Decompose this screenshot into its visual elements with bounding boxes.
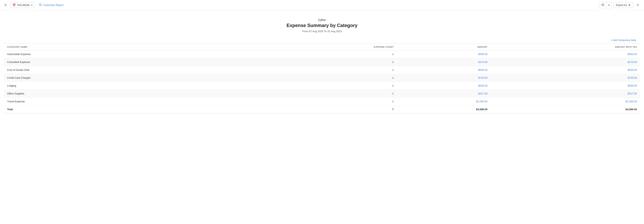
cell-amount[interactable]: $500.00	[397, 50, 490, 58]
cell-count: 1	[258, 74, 397, 82]
chevron-down-icon: ▼	[628, 4, 630, 7]
cell-amount[interactable]: $639.00	[397, 82, 490, 90]
cell-amount[interactable]: $1,000.00	[397, 98, 490, 105]
cell-category: Lodging	[4, 82, 258, 90]
expense-summary-table: CATEGORY NAME ↑ EXPENSE COUNT AMOUNT AMO…	[4, 44, 640, 114]
print-button-group: ▼	[599, 2, 612, 8]
column-header-amount-tax-label: AMOUNT WITH TAX	[615, 46, 637, 48]
add-note-label: + Add Temporary Note	[611, 39, 636, 42]
cell-amount[interactable]: $730.00	[397, 74, 490, 82]
amount-link[interactable]: $170.00	[478, 61, 488, 63]
cell-count: 1	[258, 82, 397, 90]
amount-link[interactable]: $500.00	[478, 53, 488, 56]
menu-icon: ☰	[4, 4, 7, 7]
cell-count: 1	[258, 66, 397, 74]
amount-with-tax-link[interactable]: $170.00	[628, 61, 637, 63]
footer-count: 7	[258, 105, 397, 114]
cell-category: Cost of Goods Sold	[4, 66, 258, 74]
cell-count: 1	[258, 98, 397, 105]
export-label: Export As	[616, 4, 627, 7]
column-header-amount: AMOUNT	[397, 44, 490, 50]
customize-report-label: Customize Report	[43, 4, 64, 7]
chevron-down-icon: ▼	[608, 4, 610, 6]
column-header-amount-label: AMOUNT	[477, 46, 487, 48]
report-header: Zylker Expense Summary by Category From …	[0, 10, 644, 37]
footer-label: Total	[4, 105, 258, 114]
amount-link[interactable]: $1,000.00	[476, 100, 488, 103]
footer-amount-with-tax: $4,086.00	[491, 105, 640, 114]
cell-category: Consultant Expense	[4, 58, 258, 66]
table-row: Lodging1$639.00$639.00	[4, 82, 640, 90]
amount-with-tax-link[interactable]: $1,000.00	[626, 100, 637, 103]
table-row: Office Supplies1$417.00$417.00	[4, 90, 640, 98]
close-button[interactable]: ✕	[635, 3, 641, 8]
amount-link[interactable]: $639.00	[478, 84, 488, 87]
cell-category: Credit Card Charges	[4, 74, 258, 82]
table-row: Automobile Expense1$500.00$500.00	[4, 50, 640, 58]
menu-button[interactable]: ☰	[3, 2, 8, 8]
column-header-amount-with-tax: AMOUNT WITH TAX	[491, 44, 640, 50]
toolbar-left: ☰ 📅 This Month ▼ Customize Report	[3, 2, 597, 8]
toolbar: ☰ 📅 This Month ▼ Customize Report	[0, 0, 644, 10]
date-filter-label: This Month	[17, 4, 30, 7]
calendar-icon: 📅	[12, 4, 16, 7]
toolbar-right: ▼ Export As ▼ ✕	[599, 2, 641, 8]
report-title: Expense Summary by Category	[4, 23, 640, 28]
report-date-range: From 01 Aug 2023 To 31 Aug 2023	[4, 30, 640, 33]
column-header-category[interactable]: CATEGORY NAME ↑	[4, 44, 258, 50]
cell-amount[interactable]: $630.00	[397, 66, 490, 74]
amount-with-tax-link[interactable]: $500.00	[628, 53, 637, 56]
amount-with-tax-link[interactable]: $630.00	[628, 68, 637, 71]
amount-link[interactable]: $630.00	[478, 68, 488, 71]
footer-amount: $4,086.00	[397, 105, 490, 114]
add-temporary-note-button[interactable]: + Add Temporary Note	[611, 39, 636, 42]
chevron-down-icon: ▼	[31, 4, 33, 6]
cell-amount-with-tax[interactable]: $1,000.00	[491, 98, 640, 105]
cell-amount-with-tax[interactable]: $639.00	[491, 82, 640, 90]
cell-category: Travel Expense	[4, 98, 258, 105]
cell-amount-with-tax[interactable]: $417.00	[491, 90, 640, 98]
cell-count: 1	[258, 50, 397, 58]
cell-count: 1	[258, 90, 397, 98]
add-note-area: + Add Temporary Note	[0, 37, 644, 44]
print-dropdown-button[interactable]: ▼	[606, 3, 612, 8]
print-button[interactable]	[599, 2, 606, 8]
amount-with-tax-link[interactable]: $417.00	[628, 92, 637, 95]
table-row: Consultant Expense1$170.00$170.00	[4, 58, 640, 66]
table-row: Cost of Goods Sold1$630.00$630.00	[4, 66, 640, 74]
cell-amount-with-tax[interactable]: $630.00	[491, 66, 640, 74]
column-header-count-label: EXPENSE COUNT	[374, 46, 394, 48]
column-header-category-label: CATEGORY NAME	[7, 46, 27, 48]
gear-icon	[39, 3, 42, 7]
cell-category: Automobile Expense	[4, 50, 258, 58]
close-icon: ✕	[636, 3, 639, 7]
report-table-container: CATEGORY NAME ↑ EXPENSE COUNT AMOUNT AMO…	[0, 44, 644, 114]
amount-with-tax-link[interactable]: $639.00	[628, 84, 637, 87]
table-header-row: CATEGORY NAME ↑ EXPENSE COUNT AMOUNT AMO…	[4, 44, 640, 50]
date-filter-button[interactable]: 📅 This Month ▼	[10, 2, 35, 8]
table-row: Credit Card Charges1$730.00$730.00	[4, 74, 640, 82]
cell-count: 1	[258, 58, 397, 66]
customize-report-button[interactable]: Customize Report	[38, 2, 65, 8]
amount-with-tax-link[interactable]: $730.00	[628, 76, 637, 79]
table-footer-row: Total 7 $4,086.00 $4,086.00	[4, 105, 640, 114]
company-name: Zylker	[4, 18, 640, 22]
cell-amount[interactable]: $170.00	[397, 58, 490, 66]
sort-asc-icon: ↑	[28, 46, 30, 48]
cell-category: Office Supplies	[4, 90, 258, 98]
cell-amount-with-tax[interactable]: $500.00	[491, 50, 640, 58]
amount-link[interactable]: $417.00	[478, 92, 488, 95]
table-row: Travel Expense1$1,000.00$1,000.00	[4, 98, 640, 105]
cell-amount[interactable]: $417.00	[397, 90, 490, 98]
cell-amount-with-tax[interactable]: $170.00	[491, 58, 640, 66]
column-header-expense-count: EXPENSE COUNT	[258, 44, 397, 50]
cell-amount-with-tax[interactable]: $730.00	[491, 74, 640, 82]
export-button[interactable]: Export As ▼	[613, 2, 633, 8]
amount-link[interactable]: $730.00	[478, 76, 488, 79]
printer-icon	[601, 3, 604, 7]
